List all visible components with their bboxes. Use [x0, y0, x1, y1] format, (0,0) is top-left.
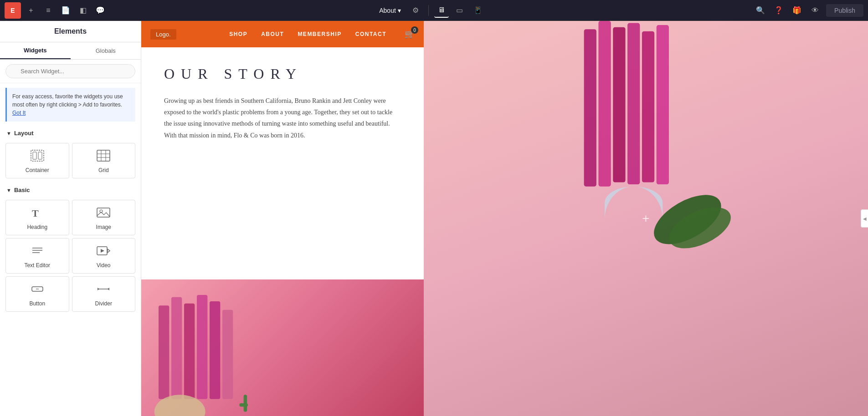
text-editor-icon [31, 245, 44, 259]
svg-rect-34 [627, 23, 640, 185]
nav-link-shop[interactable]: SHOP [229, 31, 247, 37]
main-layout: Elements Widgets Globals 🔍 For easy acce… [0, 21, 868, 416]
story-image-left [141, 279, 424, 416]
svg-rect-2 [38, 152, 42, 159]
desktop-view-button[interactable]: 🖥 [434, 3, 449, 18]
section-layout[interactable]: ▼ Layout [0, 126, 141, 140]
widget-grid[interactable]: Grid [72, 143, 136, 178]
svg-rect-22 [159, 305, 169, 399]
page-settings-button[interactable]: ⚙ [408, 3, 423, 18]
svg-marker-20 [98, 288, 99, 290]
page-name-label: About [379, 7, 396, 14]
story-images [141, 279, 424, 416]
page-main: Logo. SHOP ABOUT MEMBERSHIP CONTACT 🛒 0 [141, 21, 424, 416]
right-pink-area: + [424, 21, 868, 416]
help-icon: ❓ [774, 6, 783, 15]
chevron-down-icon: ▾ [398, 7, 401, 14]
svg-rect-27 [222, 310, 233, 399]
comments-button[interactable]: 💬 [93, 3, 108, 18]
got-it-link[interactable]: Got It [12, 110, 26, 116]
divider-icon [97, 283, 110, 298]
sidebar-title: Elements [0, 21, 141, 42]
collapse-icon: ◀ [863, 216, 867, 221]
story-title: OUR STORY [164, 66, 401, 82]
divider-label: Divider [95, 300, 112, 307]
button-icon [31, 283, 44, 298]
widget-button[interactable]: Button [5, 276, 69, 312]
svg-rect-23 [171, 297, 182, 399]
search-input[interactable] [5, 64, 135, 78]
tab-globals[interactable]: Globals [71, 42, 141, 59]
publish-button[interactable]: Publish [826, 4, 863, 17]
widget-heading[interactable]: T Heading [5, 200, 69, 235]
page-selector-button[interactable]: About ▾ [375, 5, 405, 16]
layers-button[interactable]: ◧ [76, 3, 90, 18]
top-toolbar: E + ≡ 📄 ◧ 💬 About ▾ ⚙ 🖥 ▭ 📱 [0, 0, 868, 21]
sidebar-content: ▼ Layout Container Grid [0, 126, 141, 416]
search-icon: 🔍 [756, 6, 765, 15]
svg-rect-32 [598, 21, 611, 187]
widget-container[interactable]: Container [5, 143, 69, 178]
nav-link-contact[interactable]: CONTACT [355, 31, 386, 37]
sidebar-tabs: Widgets Globals [0, 42, 141, 60]
widget-text-editor[interactable]: Text Editor [5, 238, 69, 274]
container-icon [31, 150, 44, 164]
svg-rect-33 [613, 27, 625, 183]
widget-divider[interactable]: Divider [72, 276, 136, 312]
svg-rect-30 [239, 403, 248, 406]
story-section: OUR STORY Growing up as best friends in … [141, 47, 424, 279]
add-element-button[interactable]: + [24, 3, 38, 18]
svg-rect-31 [584, 29, 596, 186]
gift-icon: 🎁 [792, 6, 801, 15]
logo-element[interactable]: Logo. [150, 29, 176, 40]
nav-link-membership[interactable]: MEMBERSHIP [298, 31, 341, 37]
add-element-canvas-button[interactable]: + [642, 211, 649, 226]
image-icon [97, 207, 110, 221]
mobile-view-button[interactable]: 📱 [471, 3, 485, 18]
layout-widget-grid: Container Grid [0, 140, 141, 183]
svg-rect-9 [97, 208, 110, 217]
button-label: Button [29, 300, 45, 307]
toolbar-center: About ▾ ⚙ 🖥 ▭ 📱 [375, 3, 485, 18]
svg-rect-1 [33, 152, 36, 159]
help-button[interactable]: ❓ [771, 3, 786, 18]
eye-icon: 👁 [812, 6, 819, 15]
search-wrap: 🔍 [5, 64, 135, 78]
preview-button[interactable]: 👁 [808, 3, 822, 18]
video-label: Video [97, 262, 110, 269]
search-button[interactable]: 🔍 [753, 3, 768, 18]
promotions-button[interactable]: 🎁 [790, 3, 804, 18]
story-body: Growing up as best friends in Southern C… [164, 95, 401, 141]
svg-rect-24 [184, 304, 195, 399]
svg-rect-25 [197, 295, 207, 399]
tab-widgets[interactable]: Widgets [0, 42, 71, 59]
layers-icon: ◧ [80, 6, 87, 15]
basic-widget-grid: T Heading Image Text Editor [0, 197, 141, 316]
widget-video[interactable]: Video [72, 238, 136, 274]
canvas-area: Logo. SHOP ABOUT MEMBERSHIP CONTACT 🛒 0 [141, 21, 868, 416]
heading-label: Heading [27, 224, 47, 230]
chevron-layout-icon: ▼ [6, 131, 11, 136]
video-icon [97, 245, 110, 259]
section-basic[interactable]: ▼ Basic [0, 183, 141, 197]
svg-rect-35 [642, 31, 654, 183]
nav-link-about[interactable]: ABOUT [261, 31, 284, 37]
collapse-handle[interactable]: ◀ [861, 209, 868, 228]
section-basic-label: Basic [14, 187, 30, 193]
container-label: Container [26, 167, 49, 173]
sliders-icon: ≡ [46, 6, 50, 15]
tip-box: For easy access, favorite the widgets yo… [5, 88, 135, 122]
toolbar-separator [428, 5, 429, 16]
elementor-logo: E [5, 2, 21, 19]
nav-links: SHOP ABOUT MEMBERSHIP CONTACT 🛒 0 [176, 29, 415, 39]
settings-panel-button[interactable]: ≡ [41, 3, 56, 18]
tip-text: For easy access, favorite the widgets yo… [12, 93, 123, 108]
svg-marker-15 [108, 249, 110, 253]
tablet-view-button[interactable]: ▭ [452, 3, 467, 18]
widget-image[interactable]: Image [72, 200, 136, 235]
pages-button[interactable]: 📄 [58, 3, 73, 18]
cart-button[interactable]: 🛒 0 [405, 29, 415, 39]
desktop-icon: 🖥 [438, 6, 445, 14]
svg-rect-26 [210, 301, 220, 399]
chevron-basic-icon: ▼ [6, 188, 11, 193]
